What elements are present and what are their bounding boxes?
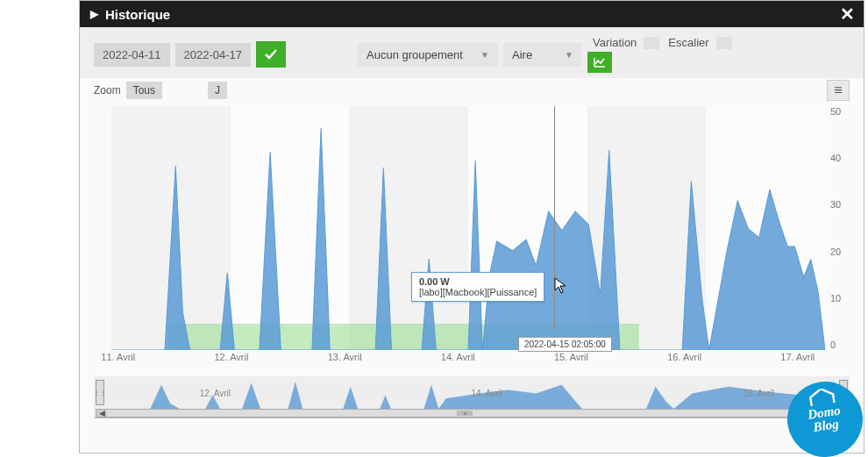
chart-menu-button[interactable]: ≡ (827, 80, 850, 101)
x-axis: 11. Avril 12. Avril 13. Avril 14. Avril … (111, 352, 825, 369)
date-to-input[interactable]: 2022-04-17 (175, 43, 252, 67)
caret-down-icon: ▼ (565, 50, 573, 60)
scroll-thumb[interactable]: ≡ (457, 411, 473, 416)
zoom-all-button[interactable]: Tous (126, 82, 162, 99)
y-axis: 50 40 30 20 10 0 (827, 106, 850, 350)
titlebar: ▶ Historique ✕ (80, 1, 864, 27)
caret-down-icon: ▼ (480, 50, 489, 60)
apply-date-button[interactable] (256, 41, 286, 68)
grouping-value: Aucun groupement (366, 48, 463, 61)
plot-area: 0.00 W [labo][Macbook][Puissance] 2022-0… (111, 106, 825, 350)
escalier-swatch[interactable] (716, 37, 732, 49)
window-title: Historique (105, 7, 170, 22)
tooltip-series: [labo][Macbook][Puissance] (419, 287, 537, 297)
zoom-row: Zoom Tous J ≡ (80, 78, 864, 101)
scrollbar[interactable]: ◀ ≡ ▶ (96, 409, 848, 418)
variation-label: Variation (593, 36, 637, 49)
close-icon[interactable]: ✕ (840, 4, 855, 25)
tooltip-value: 0.00 W (419, 276, 537, 287)
navigator[interactable]: 12. Avril 14. Avril 16. Avril ⋮⋮ ⋮⋮ ◀ ≡ … (94, 376, 850, 418)
chart-type-value: Aire (512, 48, 532, 61)
chart-mode-button[interactable] (587, 52, 612, 73)
cursor-icon (554, 277, 568, 298)
chevron-right-icon: ▶ (90, 8, 98, 20)
main-chart[interactable]: 0.00 W [labo][Macbook][Puissance] 2022-0… (94, 106, 850, 369)
variation-swatch[interactable] (644, 37, 659, 49)
navigator-dates: 12. Avril 14. Avril 16. Avril (200, 389, 774, 398)
navigator-handle-left[interactable]: ⋮⋮ (96, 380, 104, 405)
chart-type-select[interactable]: Aire ▼ (503, 43, 582, 67)
area-series (111, 106, 825, 350)
tooltip: 0.00 W [labo][Macbook][Puissance] (411, 272, 545, 302)
site-logo: DomoBlog (787, 382, 863, 457)
line-chart-icon (594, 57, 606, 68)
toolbar: 2022-04-11 2022-04-17 Aucun groupement ▼… (80, 27, 864, 78)
check-icon (264, 47, 278, 61)
grouping-select[interactable]: Aucun groupement ▼ (358, 43, 498, 67)
scroll-left-button[interactable]: ◀ (96, 410, 107, 417)
x-tooltip: 2022-04-15 02:05:00 (518, 337, 612, 352)
history-window: ▶ Historique ✕ 2022-04-11 2022-04-17 Auc… (79, 0, 864, 453)
zoom-label: Zoom (94, 84, 121, 96)
hamburger-icon: ≡ (834, 82, 842, 98)
escalier-label: Escalier (668, 36, 708, 49)
zoom-day-button[interactable]: J (208, 82, 227, 99)
date-from-input[interactable]: 2022-04-11 (94, 43, 170, 67)
